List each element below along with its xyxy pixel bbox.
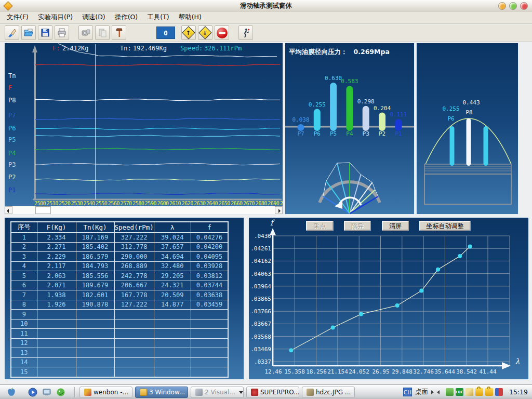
trend-readout: 326.111rPm bbox=[204, 45, 242, 52]
open-file-button[interactable] bbox=[21, 25, 36, 40]
table-row: 9 bbox=[11, 310, 228, 320]
table-cell bbox=[154, 319, 191, 329]
taskbar-task-2[interactable]: 3 Window... bbox=[135, 387, 188, 398]
taskbar-task-1[interactable]: wenbon -... bbox=[79, 387, 132, 398]
table-cell: 10 bbox=[11, 319, 37, 329]
print-button[interactable] bbox=[55, 25, 69, 40]
window-controls bbox=[498, 2, 528, 10]
friction-curve-panel: 采点除异清屏坐标自动调整 f λ .0337.03469.03568.03667… bbox=[248, 217, 529, 380]
lock-icon[interactable] bbox=[475, 388, 483, 396]
menu-item-5[interactable]: 工具(T) bbox=[142, 11, 174, 23]
tools-button[interactable] bbox=[112, 25, 126, 40]
scrollbar-right-arrow-icon[interactable] bbox=[275, 206, 283, 214]
taskbar-task-5[interactable]: hdzc.JPG ... bbox=[302, 387, 355, 398]
maximize-button[interactable] bbox=[509, 2, 517, 10]
radial-pressure-panel: 平均油膜径向压力：0.269Mpa 0.038P70.255P60.630P50… bbox=[285, 43, 415, 215]
table-row: 15 bbox=[11, 367, 228, 377]
table-cell: 186.579 bbox=[76, 252, 114, 262]
table-cell: 6 bbox=[11, 281, 37, 290]
trend-x-tick: 2550 bbox=[96, 201, 108, 206]
desktop-toolbar-label[interactable]: 桌面 bbox=[415, 388, 428, 396]
trend-x-tick: 2580 bbox=[132, 201, 144, 206]
lrc-icon[interactable]: LRC bbox=[456, 388, 463, 396]
table-cell: 15 bbox=[11, 367, 37, 377]
table-cell bbox=[114, 357, 154, 367]
table-cell: 13 bbox=[11, 348, 37, 358]
operator-button[interactable] bbox=[238, 25, 253, 40]
table-cell: 39.024 bbox=[154, 233, 191, 243]
table-cell: 8 bbox=[11, 300, 37, 310]
friction-y-tick: .03568 bbox=[250, 334, 271, 340]
axial-p6-label: P6 bbox=[447, 115, 454, 122]
start-button[interactable] bbox=[4, 387, 19, 397]
menu-item-2[interactable]: 实验项目(P) bbox=[33, 11, 77, 23]
table-cell: 185.556 bbox=[76, 271, 114, 281]
chevron-left-icon[interactable] bbox=[437, 390, 440, 394]
radial-bar-value-P3: 0.298 bbox=[357, 98, 375, 105]
table-cell bbox=[114, 338, 154, 348]
scrollbar-track[interactable] bbox=[12, 206, 275, 214]
friction-button-3[interactable]: 清屏 bbox=[382, 221, 409, 231]
taskbar: wenbon -...3 Window...2 Visual...SUPERPR… bbox=[0, 384, 532, 399]
trend-scrollbar[interactable] bbox=[5, 206, 283, 214]
friction-x-tick: 35.644 bbox=[434, 368, 455, 375]
axial-bar-P6 bbox=[450, 126, 455, 166]
menu-item-3[interactable]: 调速(D) bbox=[77, 11, 110, 23]
table-cell: 0.03638 bbox=[191, 290, 228, 300]
scrollbar-thumb[interactable] bbox=[35, 206, 51, 214]
table-cell: 2.334 bbox=[37, 233, 76, 243]
radial-bar-P6 bbox=[314, 109, 321, 131]
shield-icon[interactable] bbox=[495, 388, 503, 396]
brush-tool-button[interactable] bbox=[5, 25, 19, 40]
pencil-icon[interactable] bbox=[466, 388, 473, 396]
media-player-icon[interactable] bbox=[28, 388, 37, 397]
usb-icon[interactable] bbox=[446, 388, 454, 396]
apple-logo-icon bbox=[6, 387, 17, 397]
friction-y-tick: .0337 bbox=[254, 358, 271, 365]
menu-item-1[interactable]: 文件(F) bbox=[2, 11, 33, 23]
trend-readout: F: bbox=[52, 45, 60, 52]
speed-counter[interactable]: 0 bbox=[156, 26, 175, 39]
table-cell: 32.480 bbox=[154, 261, 191, 271]
trend-axis-label-Tn: Tn bbox=[8, 72, 16, 79]
table-header-cell: Tn(Kg) bbox=[76, 222, 114, 233]
table-cell: 12 bbox=[11, 338, 37, 348]
table-cell: 2.229 bbox=[37, 252, 76, 262]
taskbar-task-4[interactable]: SUPERPRO... bbox=[246, 387, 299, 398]
hammer-icon bbox=[114, 28, 124, 38]
table-cell bbox=[76, 338, 114, 348]
table-cell bbox=[76, 319, 114, 329]
trend-chart-panel: TnFP8P7P6P5P4P3P2P1250025102520253025402… bbox=[4, 43, 283, 215]
trend-y-axis-arrow bbox=[32, 45, 37, 52]
table-cell: 7 bbox=[11, 290, 37, 300]
friction-button-4[interactable]: 坐标自动调整 bbox=[419, 221, 471, 231]
display-icon[interactable] bbox=[42, 388, 51, 397]
save-button[interactable] bbox=[38, 25, 52, 40]
radial-bar-value-P2: 0.204 bbox=[374, 105, 391, 112]
speed-up-button[interactable]: ↑ bbox=[181, 25, 196, 40]
dropdown-arrow-icon[interactable] bbox=[239, 391, 243, 396]
table-cell bbox=[154, 310, 191, 320]
speed-down-button[interactable]: ↓ bbox=[198, 25, 212, 40]
menu-item-6[interactable]: 帮助(H) bbox=[174, 11, 206, 23]
scrollbar-left-arrow-icon[interactable] bbox=[5, 206, 12, 214]
lock-icon[interactable] bbox=[485, 388, 493, 396]
menu-item-4[interactable]: 操作(O) bbox=[110, 11, 143, 23]
table-cell: 29.205 bbox=[154, 271, 191, 281]
trend-readout: 192.469Kg bbox=[133, 45, 167, 52]
table-cell: 1 bbox=[11, 233, 37, 243]
language-indicator[interactable]: CH bbox=[403, 388, 412, 396]
capture-button[interactable] bbox=[78, 25, 93, 40]
trend-readout: 2.412Kg bbox=[62, 45, 89, 52]
minimize-button[interactable] bbox=[498, 2, 506, 10]
radial-bar-label-P7: P7 bbox=[297, 130, 304, 137]
chevron-right-icon[interactable] bbox=[431, 390, 434, 394]
stop-button[interactable] bbox=[215, 25, 229, 40]
close-button[interactable] bbox=[520, 2, 528, 10]
table-cell: 2 bbox=[11, 242, 37, 252]
friction-data-point bbox=[359, 312, 363, 316]
camera-icon bbox=[81, 28, 91, 38]
taskbar-task-3[interactable]: 2 Visual... bbox=[191, 387, 244, 398]
green-app-icon[interactable] bbox=[56, 388, 65, 397]
table-cell: 5 bbox=[11, 271, 37, 281]
